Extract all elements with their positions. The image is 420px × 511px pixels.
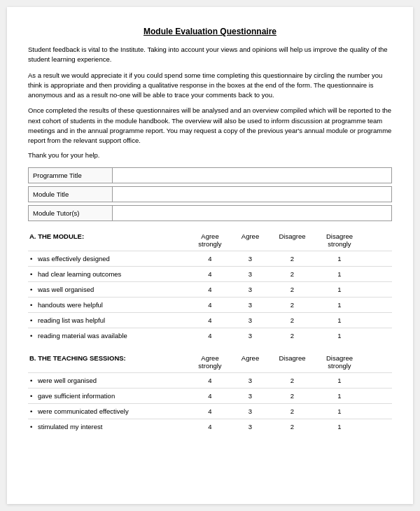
section-a-items: was effectively designed 4 3 2 1 had cle… bbox=[28, 251, 392, 343]
section-b-item-label-2: were communicated effectively bbox=[28, 406, 189, 416]
section-b-row-1: gave sufficient information 4 3 2 1 bbox=[28, 388, 392, 403]
section-a-item-disagree-strongly-0: 1 bbox=[315, 253, 364, 264]
section-b-row-0: were well organised 4 3 2 1 bbox=[28, 372, 392, 388]
section-b-item-label-0: were well organised bbox=[28, 375, 189, 386]
section-a-item-label-4: reading list was helpful bbox=[28, 315, 189, 326]
section-b-item-agree-strongly-1: 4 bbox=[189, 391, 231, 401]
form-table: Programme Title bbox=[28, 167, 392, 183]
module-tutor-input[interactable] bbox=[113, 206, 392, 221]
section-b-item-agree-1: 3 bbox=[231, 391, 270, 401]
section-b-item-agree-0: 3 bbox=[231, 375, 270, 386]
programme-title-input[interactable] bbox=[113, 168, 392, 183]
module-tutor-label: Module Tutor(s) bbox=[29, 206, 113, 221]
section-a-item-label-3: handouts were helpful bbox=[28, 300, 189, 310]
section-b-item-agree-strongly-2: 4 bbox=[189, 406, 231, 416]
section-b-row-3: stimulated my interest 4 3 2 1 bbox=[28, 419, 392, 434]
section-b-item-disagree-strongly-0: 1 bbox=[315, 375, 364, 386]
intro-para-3: Once completed the results of these ques… bbox=[28, 106, 392, 146]
intro-para-1: Student feedback is vital to the Institu… bbox=[28, 45, 392, 65]
page-title: Module Evaluation Questionnaire bbox=[28, 27, 392, 36]
section-b-col-disagree-strongly: Disagreestrongly bbox=[315, 353, 364, 371]
section-a-item-disagree-2: 2 bbox=[270, 284, 315, 295]
section-b-item-disagree-3: 2 bbox=[270, 421, 315, 432]
programme-title-row: Programme Title bbox=[29, 168, 392, 183]
section-a-item-agree-strongly-1: 4 bbox=[189, 269, 231, 279]
section-b-col-agree: Agree bbox=[231, 353, 270, 371]
section-a-header-row: A. THE MODULE: Agreestrongly Agree Disag… bbox=[28, 231, 392, 249]
section-a-item-agree-3: 3 bbox=[231, 300, 270, 310]
section-a-row-2: was well organised 4 3 2 1 bbox=[28, 281, 392, 297]
section-a-row-1: had clear learning outcomes 4 3 2 1 bbox=[28, 266, 392, 281]
module-title-row: Module Title bbox=[29, 187, 392, 202]
section-a-item-disagree-strongly-2: 1 bbox=[315, 284, 364, 295]
section-b-item-label-1: gave sufficient information bbox=[28, 391, 189, 401]
section-b-items: were well organised 4 3 2 1 gave suffici… bbox=[28, 372, 392, 434]
section-a-item-disagree-4: 2 bbox=[270, 315, 315, 326]
section-b-item-label-3: stimulated my interest bbox=[28, 421, 189, 432]
section-a-item-agree-strongly-3: 4 bbox=[189, 300, 231, 310]
module-title-input[interactable] bbox=[113, 187, 392, 202]
section-a-item-disagree-1: 2 bbox=[270, 269, 315, 279]
section-b-col-agree-strongly: Agreestrongly bbox=[189, 353, 231, 371]
section-b-item-agree-strongly-0: 4 bbox=[189, 375, 231, 386]
section-a-row-4: reading list was helpful 4 3 2 1 bbox=[28, 312, 392, 328]
section-b-item-disagree-2: 2 bbox=[270, 406, 315, 416]
section-b-item-disagree-strongly-3: 1 bbox=[315, 421, 364, 432]
section-a-item-label-1: had clear learning outcomes bbox=[28, 269, 189, 279]
section-a-item-agree-2: 3 bbox=[231, 284, 270, 295]
section-a-item-agree-1: 3 bbox=[231, 269, 270, 279]
section-b-item-disagree-strongly-1: 1 bbox=[315, 391, 364, 401]
section-a-col-disagree: Disagree bbox=[270, 231, 315, 249]
section-b-item-agree-3: 3 bbox=[231, 421, 270, 432]
module-title-label: Module Title bbox=[29, 187, 113, 202]
page: Module Evaluation Questionnaire Student … bbox=[7, 7, 413, 504]
programme-title-label: Programme Title bbox=[29, 168, 113, 183]
thank-you: Thank you for your help. bbox=[28, 151, 392, 159]
section-a-item-agree-strongly-4: 4 bbox=[189, 315, 231, 326]
section-a-item-label-5: reading material was available bbox=[28, 330, 189, 341]
section-a-item-agree-strongly-5: 4 bbox=[189, 330, 231, 341]
section-a-item-disagree-5: 2 bbox=[270, 330, 315, 341]
section-a: A. THE MODULE: Agreestrongly Agree Disag… bbox=[28, 231, 392, 343]
section-a-item-label-0: was effectively designed bbox=[28, 253, 189, 264]
section-b-item-disagree-strongly-2: 1 bbox=[315, 406, 364, 416]
section-a-col-agree: Agree bbox=[231, 231, 270, 249]
section-b-item-agree-2: 3 bbox=[231, 406, 270, 416]
section-a-row-3: handouts were helpful 4 3 2 1 bbox=[28, 297, 392, 312]
section-a-item-disagree-strongly-1: 1 bbox=[315, 269, 364, 279]
section-a-item-agree-5: 3 bbox=[231, 330, 270, 341]
section-b-header-row: B. THE TEACHING SESSIONS: Agreestrongly … bbox=[28, 353, 392, 371]
module-tutor-row: Module Tutor(s) bbox=[29, 206, 392, 221]
section-b: B. THE TEACHING SESSIONS: Agreestrongly … bbox=[28, 353, 392, 434]
section-a-item-disagree-strongly-4: 1 bbox=[315, 315, 364, 326]
section-a-row-5: reading material was available 4 3 2 1 bbox=[28, 328, 392, 343]
section-a-col-agree-strongly: Agreestrongly bbox=[189, 231, 231, 249]
section-a-item-agree-strongly-2: 4 bbox=[189, 284, 231, 295]
section-b-title: B. THE TEACHING SESSIONS: bbox=[28, 353, 189, 371]
section-a-item-disagree-strongly-5: 1 bbox=[315, 330, 364, 341]
section-a-title: A. THE MODULE: bbox=[28, 231, 189, 249]
form-table-2: Module Title bbox=[28, 186, 392, 202]
section-b-item-agree-strongly-3: 4 bbox=[189, 421, 231, 432]
section-a-item-agree-strongly-0: 4 bbox=[189, 253, 231, 264]
section-a-item-agree-0: 3 bbox=[231, 253, 270, 264]
section-b-item-disagree-1: 2 bbox=[270, 391, 315, 401]
section-a-item-agree-4: 3 bbox=[231, 315, 270, 326]
section-b-col-disagree: Disagree bbox=[270, 353, 315, 371]
section-a-item-disagree-strongly-3: 1 bbox=[315, 300, 364, 310]
section-a-item-disagree-0: 2 bbox=[270, 253, 315, 264]
section-b-item-disagree-0: 2 bbox=[270, 375, 315, 386]
form-table-3: Module Tutor(s) bbox=[28, 205, 392, 221]
section-b-row-2: were communicated effectively 4 3 2 1 bbox=[28, 403, 392, 419]
intro-para-2: As a result we would appreciate it if yo… bbox=[28, 71, 392, 101]
section-a-item-disagree-3: 2 bbox=[270, 300, 315, 310]
section-a-item-label-2: was well organised bbox=[28, 284, 189, 295]
section-a-row-0: was effectively designed 4 3 2 1 bbox=[28, 251, 392, 266]
section-a-col-disagree-strongly: Disagreestrongly bbox=[315, 231, 364, 249]
